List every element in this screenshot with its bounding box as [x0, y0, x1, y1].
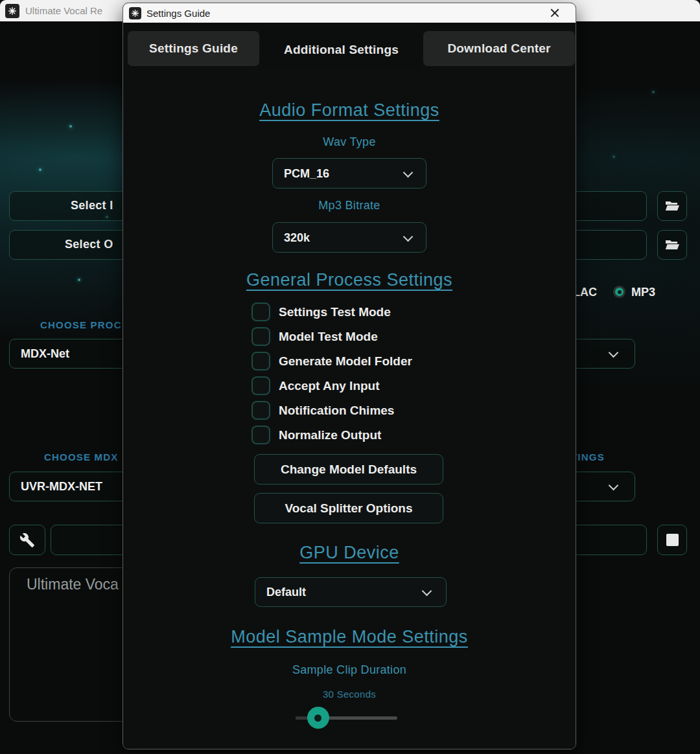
audio-format-heading[interactable]: Audio Format Settings	[123, 100, 576, 120]
stop-icon	[666, 534, 679, 546]
tab-label: Download Center	[447, 41, 550, 56]
normalize-output-checkbox[interactable]	[251, 426, 270, 444]
app-logo-icon	[5, 4, 19, 18]
wav-type-dropdown[interactable]: PCM_16	[272, 158, 426, 188]
normalize-output-label: Normalize Output	[279, 428, 381, 442]
dialog-body: Settings Guide Additional Settings Downl…	[123, 23, 576, 749]
chevron-down-icon	[610, 348, 618, 356]
mp3-bitrate-dropdown[interactable]: 320k	[272, 222, 426, 253]
flac-radio-label: LAC	[573, 286, 597, 299]
choose-process-label: CHOOSE PROC	[40, 319, 122, 330]
wave-dot	[39, 168, 41, 171]
tab-label: Settings Guide	[149, 41, 238, 56]
wav-type-value: PCM_16	[284, 166, 329, 180]
wav-type-label: Wav Type	[123, 135, 576, 149]
wave-dot	[652, 91, 655, 93]
tab-label: Additional Settings	[284, 43, 399, 57]
mp3-radio-label: MP3	[631, 286, 655, 299]
sample-duration-value: 30 Seconds	[123, 689, 576, 700]
folder-icon	[664, 237, 680, 253]
gpu-device-dropdown[interactable]: Default	[255, 577, 447, 607]
wrench-icon	[19, 532, 35, 548]
notification-chimes-label: Notification Chimes	[279, 404, 394, 418]
sample-mode-heading[interactable]: Model Sample Mode Settings	[123, 627, 576, 647]
close-icon	[550, 8, 559, 17]
chevron-down-icon	[423, 586, 432, 595]
button-label: Change Model Defaults	[281, 463, 417, 477]
open-input-folder-button[interactable]	[657, 191, 687, 221]
generate-model-folder-checkbox[interactable]	[251, 352, 270, 371]
choose-mdx-label: CHOOSE MDX	[44, 451, 119, 463]
vocal-splitter-options-button[interactable]: Vocal Splitter Options	[254, 493, 443, 523]
generate-model-folder-label: Generate Model Folder	[279, 354, 412, 369]
dialog-titlebar: Settings Guide	[123, 3, 576, 23]
dialog-close-button[interactable]	[542, 3, 568, 23]
model-test-mode-label: Model Test Mode	[279, 330, 378, 344]
chevron-down-icon	[404, 168, 413, 176]
mdx-model-value: UVR-MDX-NET	[21, 480, 102, 494]
settings-test-mode-label: Settings Test Mode	[279, 305, 391, 319]
button-label: Vocal Splitter Options	[285, 501, 412, 516]
stop-button[interactable]	[657, 525, 687, 555]
tab-settings-guide[interactable]: Settings Guide	[128, 31, 259, 66]
sample-clip-duration-label: Sample Clip Duration	[123, 663, 576, 677]
select-output-label: Select O	[65, 238, 113, 251]
settings-wrench-button[interactable]	[9, 525, 45, 555]
select-input-label: Select I	[71, 199, 113, 212]
mp3-bitrate-value: 320k	[284, 231, 310, 244]
general-process-heading[interactable]: General Process Settings	[123, 270, 576, 290]
change-model-defaults-button[interactable]: Change Model Defaults	[254, 454, 443, 485]
wave-dot	[612, 155, 615, 158]
sample-duration-slider-handle[interactable]	[307, 707, 329, 729]
gpu-device-heading[interactable]: GPU Device	[123, 543, 576, 563]
main-window-title: Ultimate Vocal Re	[25, 5, 102, 16]
mp3-bitrate-label: Mp3 Bitrate	[123, 199, 576, 212]
folder-icon	[664, 198, 680, 214]
accept-any-input-label: Accept Any Input	[279, 379, 380, 393]
wave-dot	[78, 279, 80, 281]
mp3-radio[interactable]	[613, 286, 625, 298]
dialog-title: Settings Guide	[146, 8, 210, 19]
model-test-mode-checkbox[interactable]	[251, 327, 270, 346]
wave-dot	[69, 125, 72, 128]
tab-download-center[interactable]: Download Center	[423, 31, 575, 66]
chevron-down-icon	[610, 481, 618, 489]
console-text: Ultimate Voca	[27, 576, 119, 593]
gpu-device-value: Default	[266, 586, 306, 599]
settings-test-mode-checkbox[interactable]	[251, 303, 270, 321]
app-screen: Ultimate Vocal Re Select I Select O LAC …	[0, 0, 700, 754]
app-logo-icon	[129, 7, 141, 19]
accept-any-input-checkbox[interactable]	[251, 376, 270, 395]
notification-chimes-checkbox[interactable]	[251, 401, 270, 420]
tab-additional-settings[interactable]: Additional Settings	[261, 30, 421, 70]
open-output-folder-button[interactable]	[657, 230, 687, 260]
process-method-value: MDX-Net	[21, 347, 69, 361]
chevron-down-icon	[404, 232, 413, 240]
settings-dialog: Settings Guide Settings Guide Additional…	[122, 3, 576, 749]
